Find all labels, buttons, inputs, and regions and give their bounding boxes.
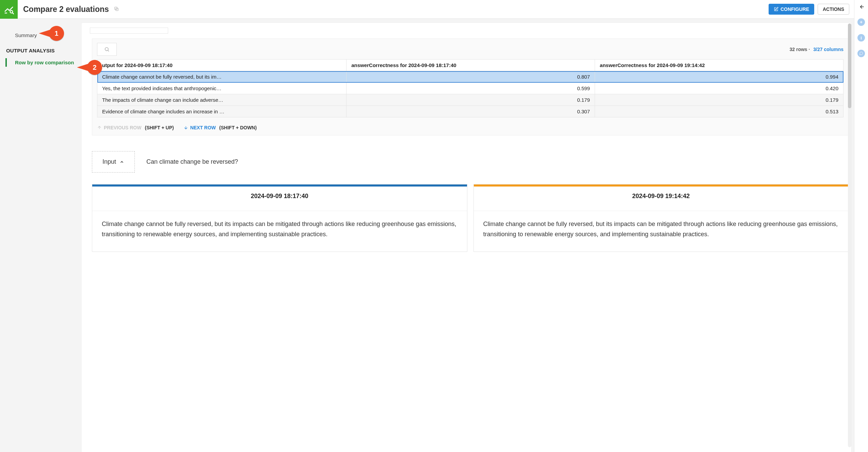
arrow-up-icon [97, 125, 102, 130]
svg-line-1 [13, 13, 14, 14]
configure-label: CONFIGURE [781, 6, 809, 12]
configure-button[interactable]: CONFIGURE [769, 4, 814, 15]
arrow-down-icon [183, 125, 188, 130]
cell-score-b: 0.420 [595, 83, 843, 94]
input-row: Input Can climate change be reversed? [92, 151, 849, 173]
edit-icon [774, 7, 778, 12]
col-correctness-b[interactable]: answerCorrectness for 2024-09-09 19:14:4… [595, 60, 843, 71]
annotation-marker-1: 1 [49, 26, 64, 41]
sidebar-item-row-comparison[interactable]: Row by row comparison [0, 56, 82, 69]
info-circle-icon[interactable]: i [857, 34, 865, 42]
minimap-placeholder [90, 28, 168, 34]
input-question: Can climate change be reversed? [146, 158, 238, 165]
next-row-hint: (SHIFT + DOWN) [219, 125, 257, 130]
cell-output: The impacts of climate change can includ… [97, 94, 347, 106]
cell-score-b: 0.179 [595, 94, 843, 106]
add-circle-icon[interactable] [857, 18, 865, 26]
cell-score-a: 0.307 [347, 106, 595, 117]
card-body: Climate change cannot be fully reversed,… [92, 211, 467, 252]
table-meta: 32 rows · 3/27 columns [789, 47, 843, 52]
row-nav: PREVIOUS ROW (SHIFT + UP) NEXT ROW (SHIF… [97, 125, 843, 130]
page-title: Compare 2 evaluations [23, 5, 109, 14]
sidebar-section-output-analysis: OUTPUT ANALYSIS [0, 42, 82, 56]
scrollbar-thumb[interactable] [848, 23, 851, 108]
search-icon [104, 47, 110, 52]
cell-output: Yes, the text provided indicates that an… [97, 83, 347, 94]
next-row-button[interactable]: NEXT ROW [183, 125, 216, 130]
card-timestamp: 2024-09-09 18:17:40 [92, 184, 467, 206]
table-row[interactable]: Climate change cannot be fully reversed,… [97, 71, 843, 83]
table-container: 32 rows · 3/27 columns utput for 2024-09… [92, 38, 849, 135]
cell-score-b: 0.994 [595, 71, 843, 83]
panel: 32 rows · 3/27 columns utput for 2024-09… [82, 23, 851, 452]
copy-icon[interactable] [114, 6, 119, 13]
table-row[interactable]: Evidence of climate change includes an i… [97, 106, 843, 117]
rows-count: 32 rows [789, 47, 807, 52]
col-output[interactable]: utput for 2024-09-09 18:17:40 [97, 60, 347, 71]
next-row-label: NEXT ROW [190, 125, 216, 130]
annotation-marker-2: 2 [87, 60, 102, 75]
table-row[interactable]: The impacts of climate change can includ… [97, 94, 843, 106]
input-toggle[interactable]: Input [92, 151, 135, 173]
input-chip-label: Input [102, 158, 116, 165]
cell-score-a: 0.599 [347, 83, 595, 94]
previous-row-button: PREVIOUS ROW [97, 125, 141, 130]
actions-label: ACTIONS [823, 6, 844, 12]
columns-link[interactable]: 3/27 columns [813, 47, 843, 52]
output-cards: 2024-09-09 18:17:40 Climate change canno… [92, 184, 849, 252]
cell-score-a: 0.179 [347, 94, 595, 106]
main-content: 32 rows · 3/27 columns utput for 2024-09… [82, 19, 854, 452]
table-search-button[interactable] [97, 43, 117, 56]
svg-point-7 [105, 48, 108, 51]
previous-row-label: PREVIOUS ROW [104, 125, 141, 130]
actions-button[interactable]: ACTIONS [818, 4, 849, 15]
scrollbar[interactable] [848, 23, 851, 447]
table-header-row: utput for 2024-09-09 18:17:40 answerCorr… [97, 60, 843, 71]
right-rail: i [854, 0, 868, 452]
chevron-up-icon [119, 160, 124, 164]
previous-row-hint: (SHIFT + UP) [145, 125, 174, 130]
output-card-a: 2024-09-09 18:17:40 Climate change canno… [92, 184, 467, 252]
svg-line-8 [108, 50, 109, 51]
chat-circle-icon[interactable] [857, 50, 865, 57]
table-row[interactable]: Yes, the text provided indicates that an… [97, 83, 843, 94]
cell-output: Evidence of climate change includes an i… [97, 106, 347, 117]
app-header: Compare 2 evaluations CONFIGURE ACTIONS [0, 0, 854, 19]
app-logo[interactable] [0, 0, 18, 19]
comparison-table: utput for 2024-09-09 18:17:40 answerCorr… [97, 59, 843, 117]
sidebar: Summary OUTPUT ANALYSIS Row by row compa… [0, 19, 82, 452]
back-arrow-icon[interactable] [858, 3, 865, 10]
cell-score-b: 0.513 [595, 106, 843, 117]
card-body: Climate change cannot be fully reversed,… [474, 211, 849, 252]
output-card-b: 2024-09-09 19:14:42 Climate change canno… [473, 184, 849, 252]
col-correctness-a[interactable]: answerCorrectness for 2024-09-09 18:17:4… [347, 60, 595, 71]
sidebar-item-label: Summary [15, 32, 37, 38]
sidebar-item-label: Row by row comparison [15, 60, 74, 65]
card-timestamp: 2024-09-09 19:14:42 [474, 184, 849, 206]
cell-score-a: 0.807 [347, 71, 595, 83]
chart-analytics-icon [4, 4, 14, 14]
cell-output: Climate change cannot be fully reversed,… [97, 71, 347, 83]
